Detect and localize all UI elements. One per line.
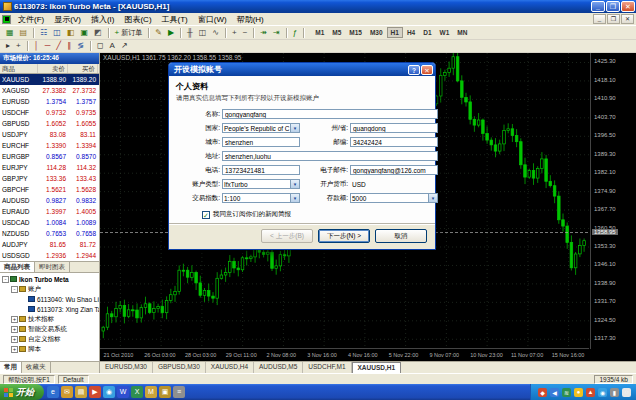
ie-icon[interactable]: e bbox=[47, 386, 59, 398]
tree-item[interactable]: +脚本 bbox=[0, 344, 99, 354]
navigator-tab[interactable]: 收藏夹 bbox=[22, 362, 51, 373]
menu-item[interactable]: 插入(I) bbox=[86, 15, 120, 24]
im-icon[interactable]: ◉ bbox=[598, 388, 607, 397]
time-axis[interactable]: 21 Oct 201026 Oct 03:0028 Oct 03:0029 Oc… bbox=[100, 348, 589, 361]
email-input[interactable] bbox=[350, 165, 438, 175]
notepad-icon[interactable]: ≡ bbox=[173, 386, 185, 398]
tree-expander[interactable]: - bbox=[11, 286, 18, 293]
zoom-out-button[interactable]: − bbox=[240, 27, 251, 39]
excel-icon[interactable]: X bbox=[131, 386, 143, 398]
menu-item[interactable]: 工具(T) bbox=[157, 15, 193, 24]
new-order-button[interactable]: +新订单 bbox=[112, 27, 146, 39]
market-watch-row-eurusd[interactable]: EURUSD1.37541.3757 bbox=[0, 96, 99, 107]
messenger-icon[interactable]: ◉ bbox=[103, 386, 115, 398]
zoom-in-button[interactable]: + bbox=[229, 27, 240, 39]
deposit-select[interactable]: 5000▾ bbox=[350, 193, 438, 203]
state-input[interactable] bbox=[350, 123, 438, 133]
price-scale[interactable]: 1425.301418.101410.901403.701396.501389.… bbox=[590, 53, 636, 349]
chart-tab-xauusd-h4[interactable]: XAUUSD,H4 bbox=[206, 362, 254, 373]
tree-item[interactable]: -账户 bbox=[0, 284, 99, 294]
market-watch-row-gbpjpy[interactable]: GBPJPY133.36133.43 bbox=[0, 173, 99, 184]
chart-system-menu-icon[interactable] bbox=[2, 15, 11, 24]
leverage-select[interactable]: 1:100▾ bbox=[222, 193, 300, 203]
mt4-icon[interactable]: M bbox=[145, 386, 157, 398]
market-watch-row-audjpy[interactable]: AUDJPY81.6581.72 bbox=[0, 239, 99, 250]
market-watch-row-xauusd[interactable]: XAUUSD1388.901389.20 bbox=[0, 74, 99, 85]
period-m5-button[interactable]: M5 bbox=[328, 27, 345, 38]
autotrading-button[interactable]: ▶ bbox=[165, 27, 177, 39]
market-watch-row-xagusd[interactable]: XAGUSD27.338227.3732 bbox=[0, 85, 99, 96]
explorer-icon[interactable]: ▤ bbox=[75, 386, 87, 398]
equidistant-channel-button[interactable]: ∥ bbox=[64, 40, 74, 52]
menu-item[interactable]: 图表(C) bbox=[119, 15, 156, 24]
update-icon[interactable]: ● bbox=[574, 388, 583, 397]
start-button[interactable]: 开始 bbox=[0, 384, 44, 400]
market-watch-tab[interactable]: 商品列表 bbox=[0, 262, 35, 272]
period-mn-button[interactable]: MN bbox=[453, 27, 471, 38]
market-watch-button[interactable]: ☷ bbox=[37, 27, 50, 39]
clock-icon[interactable]: ◌ bbox=[622, 388, 631, 397]
chart-tab-gbpusd-m30[interactable]: GBPUSD,M30 bbox=[153, 362, 206, 373]
media-player-icon[interactable]: ▶ bbox=[89, 386, 101, 398]
dialog-close-button[interactable]: ✕ bbox=[421, 65, 433, 75]
market-watch-row-usdcad[interactable]: USDCAD1.00841.0089 bbox=[0, 217, 99, 228]
menu-item[interactable]: 文件(F) bbox=[13, 15, 49, 24]
status-profile[interactable]: Default bbox=[58, 375, 89, 384]
tree-item[interactable]: 6113073: Xing Zian Tan bbox=[0, 304, 99, 314]
word-icon[interactable]: W bbox=[117, 386, 129, 398]
crosshair-button[interactable]: + bbox=[13, 40, 24, 52]
chevron-down-icon[interactable]: ▾ bbox=[290, 180, 299, 188]
bar-chart-button[interactable]: ╫ bbox=[184, 27, 196, 39]
usb-icon[interactable]: ▮ bbox=[610, 388, 619, 397]
menu-item[interactable]: 显示(V) bbox=[49, 15, 86, 24]
market-watch-row-gbpusd[interactable]: GBPUSD1.60521.6055 bbox=[0, 118, 99, 129]
account-type-select[interactable]: IfxTurbo▾ bbox=[222, 179, 300, 189]
security-icon[interactable]: ▲ bbox=[586, 388, 595, 397]
chevron-down-icon[interactable]: ▾ bbox=[290, 194, 299, 202]
volume-icon[interactable]: ◀ bbox=[550, 388, 559, 397]
text-label-button[interactable]: A bbox=[107, 40, 118, 52]
child-minimize-button[interactable]: _ bbox=[593, 14, 606, 24]
period-h1-button[interactable]: H1 bbox=[387, 27, 403, 38]
cancel-button[interactable]: 取消 bbox=[375, 229, 427, 243]
strategy-tester-button[interactable]: ◩ bbox=[91, 27, 105, 39]
period-m15-button[interactable]: M15 bbox=[345, 27, 366, 38]
child-restore-button[interactable]: ❐ bbox=[607, 14, 620, 24]
chart-tab-eurusd-m30[interactable]: EURUSD,M30 bbox=[100, 362, 153, 373]
candle-chart-button[interactable]: ◫ bbox=[196, 27, 210, 39]
market-watch-row-gbpchf[interactable]: GBPCHF1.56211.5628 bbox=[0, 184, 99, 195]
network-icon[interactable]: ≋ bbox=[562, 388, 571, 397]
phone-input[interactable] bbox=[222, 165, 300, 175]
zip-input[interactable] bbox=[350, 137, 438, 147]
cursor-button[interactable]: ▸ bbox=[3, 40, 13, 52]
country-select[interactable]: People's Republic of C▾ bbox=[222, 123, 300, 133]
chart-tab-usdchf-m1[interactable]: USDCHF,M1 bbox=[303, 362, 351, 373]
auto-scroll-button[interactable]: ↠ bbox=[257, 27, 270, 39]
market-watch-row-euraud[interactable]: EURAUD1.39971.4005 bbox=[0, 206, 99, 217]
next-button[interactable]: 下一步(N) > bbox=[318, 229, 370, 243]
market-watch-row-usdsgd[interactable]: USDSGD1.29361.2944 bbox=[0, 250, 99, 261]
tree-expander[interactable]: - bbox=[2, 276, 9, 283]
address-input[interactable] bbox=[222, 151, 438, 161]
tree-item[interactable]: -Ikon Turbo Meta bbox=[0, 274, 99, 284]
period-m1-button[interactable]: M1 bbox=[311, 27, 328, 38]
child-close-button[interactable]: ✕ bbox=[621, 14, 634, 24]
city-input[interactable] bbox=[222, 137, 300, 147]
mail-icon[interactable]: ✉ bbox=[61, 386, 73, 398]
tree-expander[interactable]: + bbox=[11, 316, 18, 323]
folder-icon[interactable]: ▣ bbox=[159, 386, 171, 398]
chevron-down-icon[interactable]: ▾ bbox=[290, 124, 299, 132]
market-watch-row-eurchf[interactable]: EURCHF1.33901.3394 bbox=[0, 140, 99, 151]
market-watch-row-usdchf[interactable]: USDCHF0.97320.9735 bbox=[0, 107, 99, 118]
indicators-button[interactable]: ƒ bbox=[290, 27, 300, 39]
tree-expander[interactable]: + bbox=[11, 346, 18, 353]
navigator-tab[interactable]: 常用 bbox=[0, 362, 22, 373]
minimize-button[interactable]: _ bbox=[591, 1, 605, 12]
market-watch-row-usdjpy[interactable]: USDJPY83.0883.11 bbox=[0, 129, 99, 140]
close-button[interactable]: ✕ bbox=[621, 1, 635, 12]
chart-tab-audusd-m5[interactable]: AUDUSD,M5 bbox=[254, 362, 303, 373]
tree-item[interactable]: +自定义指标 bbox=[0, 334, 99, 344]
period-m30-button[interactable]: M30 bbox=[366, 27, 387, 38]
market-watch-row-nzdusd[interactable]: NZDUSD0.76530.7658 bbox=[0, 228, 99, 239]
tree-expander[interactable]: + bbox=[11, 326, 18, 333]
